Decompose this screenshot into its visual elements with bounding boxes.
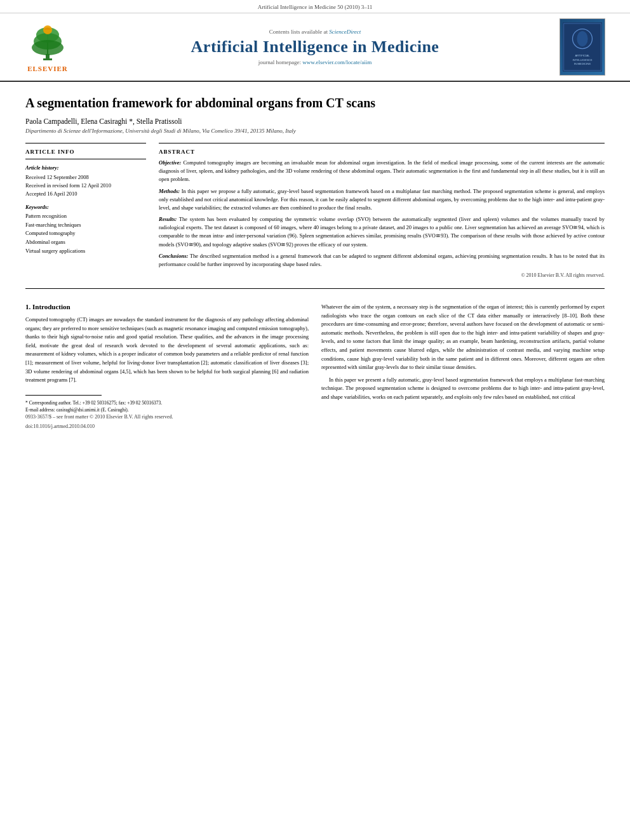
body-left-column: 1. Introduction Computed tomography (CT)… [25, 303, 309, 430]
methods-label: Methods: [159, 188, 180, 194]
footnote-corresponding: * Corresponding author. Tel.: +39 02 503… [25, 399, 309, 406]
abstract-results: Results: The system has been evaluated b… [159, 215, 605, 249]
intro-right-para-1: Whatever the aim of the system, a necess… [321, 303, 605, 372]
svg-text:IN MEDICINE: IN MEDICINE [574, 62, 591, 65]
page-wrapper: Artificial Intelligence in Medicine 50 (… [0, 0, 630, 443]
elsevier-logo-area: ELSEVIER [19, 22, 76, 72]
intro-left-text: Computed tomography (CT) images are nowa… [25, 316, 309, 385]
abstract-conclusions: Conclusions: The described segmentation … [159, 252, 605, 269]
journal-title-area: Contents lists available at ScienceDirec… [76, 29, 554, 65]
received1: Received 12 September 2008 [25, 173, 146, 182]
homepage-link[interactable]: www.elsevier.com/locate/aiim [302, 59, 372, 65]
svg-text:ARTIFICIAL: ARTIFICIAL [575, 54, 590, 57]
received2: Received in revised form 12 April 2010 [25, 182, 146, 190]
issn-line: 0933-3657/$ – see front matter © 2010 El… [25, 413, 309, 421]
article-info-column: ARTICLE INFO Article history: Received 1… [25, 143, 146, 278]
abstract-text: Objective: Computed tomography images ar… [159, 159, 605, 269]
results-text: The system has been evaluated by computi… [159, 216, 605, 248]
abstract-header: ABSTRACT [159, 149, 605, 155]
conclusions-text: The described segmentation method is a g… [159, 253, 605, 267]
footnote-email: E-mail address: casiraghi@dsi.unimi.it (… [25, 406, 309, 413]
journal-citation: Artificial Intelligence in Medicine 50 (… [258, 4, 373, 10]
intro-right-text: Whatever the aim of the system, a necess… [321, 303, 605, 402]
footnote-area: * Corresponding author. Tel.: +39 02 503… [25, 399, 309, 431]
homepage-label: journal homepage: [258, 59, 301, 65]
svg-point-10 [577, 31, 587, 46]
journal-title: Artificial Intelligence in Medicine [76, 37, 554, 57]
svg-rect-1 [43, 58, 52, 60]
keywords-label: Keywords: [25, 204, 146, 210]
journal-cover-area: ARTIFICIAL INTELLIGENCE IN MEDICINE [554, 18, 611, 76]
svg-point-5 [32, 40, 64, 55]
abstract-objective: Objective: Computed tomography images ar… [159, 159, 605, 184]
history-label: Article history: [25, 164, 146, 171]
keyword-4: Abdominal organs [25, 238, 146, 247]
article-body: 1. Introduction Computed tomography (CT)… [25, 303, 605, 430]
intro-para-1: Computed tomography (CT) images are nowa… [25, 316, 309, 385]
journal-header: ELSEVIER Contents lists available at Sci… [0, 13, 630, 82]
doi-line: doi:10.1016/j.artmed.2010.04.010 [25, 423, 309, 430]
article-info-header: ARTICLE INFO [25, 149, 146, 155]
accepted: Accepted 16 April 2010 [25, 190, 146, 198]
elsevier-tree-icon [25, 22, 70, 63]
sciencedirect-line: Contents lists available at ScienceDirec… [76, 29, 554, 35]
objective-text: Computed tomography images are becoming … [159, 159, 605, 182]
right-divider [159, 143, 605, 143]
intro-section-title: 1. Introduction [25, 303, 309, 310]
elsevier-logo: ELSEVIER [19, 22, 76, 72]
body-right-column: Whatever the aim of the system, a necess… [321, 303, 605, 430]
abstract-methods: Methods: In this paper we propose a full… [159, 187, 605, 213]
objective-label: Objective: [159, 159, 181, 166]
journal-cover-image: ARTIFICIAL INTELLIGENCE IN MEDICINE [560, 18, 605, 76]
authors-text: Paola Campadelli, Elena Casiraghi *, Ste… [25, 117, 182, 125]
conclusions-label: Conclusions: [159, 253, 188, 259]
keyword-2: Fast-marching techniques [25, 221, 146, 230]
journal-top-line: Artificial Intelligence in Medicine 50 (… [0, 0, 630, 13]
results-label: Results: [159, 216, 177, 222]
two-column-info-abstract: ARTICLE INFO Article history: Received 1… [25, 143, 605, 278]
bottom-info-bar [25, 288, 605, 293]
abstract-column: ABSTRACT Objective: Computed tomography … [159, 143, 605, 278]
elsevier-label: ELSEVIER [27, 65, 68, 72]
left-divider2 [25, 159, 146, 159]
keyword-5: Virtual surgery applications [25, 247, 146, 256]
copyright-line: © 2010 Elsevier B.V. All rights reserved… [159, 272, 605, 278]
left-divider [25, 143, 146, 143]
intro-right-para-2: In this paper we present a fully automat… [321, 376, 605, 402]
sciencedirect-label: Contents lists available at [269, 29, 328, 35]
footnote-divider [25, 395, 102, 396]
keyword-1: Pattern recognition [25, 212, 146, 221]
svg-text:INTELLIGENCE: INTELLIGENCE [572, 58, 592, 62]
journal-homepage: journal homepage: www.elsevier.com/locat… [76, 59, 554, 65]
keyword-3: Computed tomography [25, 229, 146, 238]
methods-text: In this paper we propose a fully automat… [159, 188, 605, 211]
article-affiliation: Dipartimento di Scienze dell'Informazion… [25, 128, 605, 134]
article-content: A segmentation framework for abdominal o… [0, 82, 630, 443]
article-title: A segmentation framework for abdominal o… [25, 95, 605, 111]
article-authors: Paola Campadelli, Elena Casiraghi *, Ste… [25, 117, 605, 125]
sciencedirect-link[interactable]: ScienceDirect [329, 29, 361, 35]
